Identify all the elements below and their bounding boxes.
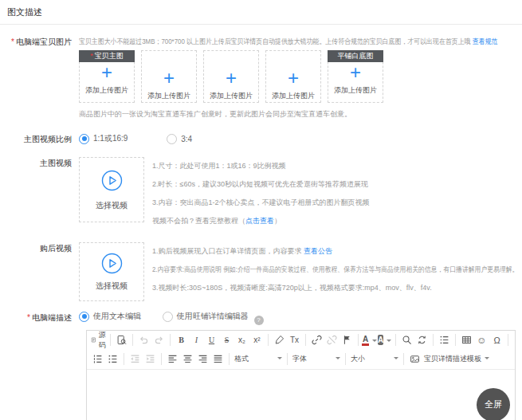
- toolbar-divider: [124, 353, 124, 365]
- help-icon[interactable]: ?: [254, 316, 264, 325]
- image-text-form: *电脑端宝贝图片 宝贝主图大小不能超过3MB；700*700 以上图片上传后宝贝…: [0, 25, 522, 420]
- bold-button[interactable]: B: [174, 332, 189, 348]
- editor-content[interactable]: [87, 369, 515, 420]
- strikethrough-button[interactable]: S: [219, 332, 234, 348]
- font-select[interactable]: 字体: [291, 351, 342, 367]
- guideline-tutorial: 视频不会拍？查看完整教程（点击查看）: [152, 212, 370, 230]
- replace-button[interactable]: [414, 332, 430, 348]
- desc-option-text-editor[interactable]: 使用文本编辑: [79, 311, 141, 322]
- row-video-ratio: 主图视频比例 1:1或16:9 3:4: [0, 133, 522, 146]
- row-main-video: 主图视频 选择视频 1.尺寸：此处可使用1：1或16：9比例视频 2.时长：≤6…: [0, 157, 522, 230]
- template-select[interactable]: 宝贝详情描述模板: [422, 351, 491, 367]
- italic-button[interactable]: I: [189, 332, 204, 348]
- text-color-button[interactable]: A: [362, 332, 377, 348]
- source-code-button[interactable]: 源码: [90, 332, 107, 348]
- tutorial-link[interactable]: 点击查看: [245, 217, 274, 225]
- rich-text-editor: 源码 B I U S: [86, 330, 516, 420]
- align-center-button[interactable]: [180, 351, 195, 367]
- video-ratio-label: 主图视频比例: [0, 133, 79, 146]
- toolbar-divider: [508, 334, 508, 346]
- guideline: 2.时长：≤60s，建议30秒以内短视频可优先在爱逛街等推荐频道展现: [152, 175, 370, 194]
- outdent-button[interactable]: [128, 351, 143, 367]
- editor-toolbar-row-2: 格式 字体 大小: [87, 350, 515, 369]
- ratio-option-1-1-16-9[interactable]: 1:1或16:9: [79, 133, 128, 144]
- size-select[interactable]: 大小: [349, 351, 400, 367]
- toolbar-divider: [433, 334, 434, 346]
- add-image-label: 添加上传图片: [80, 85, 134, 96]
- source-code-icon: [91, 335, 96, 345]
- format-select[interactable]: 格式: [233, 351, 284, 367]
- main-video-label: 主图视频: [0, 157, 79, 170]
- add-image-label: 添加上传图片: [266, 91, 320, 101]
- anchor-button[interactable]: [339, 332, 355, 348]
- table-button[interactable]: [459, 332, 474, 348]
- preview-button[interactable]: [114, 332, 129, 348]
- align-justify-button[interactable]: [210, 351, 226, 367]
- search-button[interactable]: [399, 332, 414, 348]
- guideline: 3.视频时长:30S~180S，视频清晰度:高清720p以上，视频格式要求:mp…: [152, 279, 522, 297]
- radio-unselected-icon[interactable]: [163, 312, 173, 322]
- product-edit-page: 图文描述 *电脑端宝贝图片 宝贝主图大小不能超过3MB；700*700 以上图片…: [0, 0, 522, 420]
- page-title: 图文描述: [7, 7, 42, 17]
- table-icon: [461, 335, 472, 345]
- preview-icon: [116, 335, 127, 345]
- guideline-entry: 1.购后视频展现入口在订单详情页面，内容要求 查看公告: [152, 242, 522, 261]
- post-video-upload-box[interactable]: 选择视频: [79, 242, 144, 301]
- play-icon: [101, 253, 123, 274]
- choose-video-label: 选择视频: [80, 200, 143, 211]
- toolbar-divider: [305, 334, 306, 346]
- indent-button[interactable]: [143, 351, 158, 367]
- bg-color-button[interactable]: A: [377, 332, 392, 348]
- paragraph-icon: [439, 335, 449, 345]
- ordered-list-button[interactable]: [90, 351, 105, 367]
- upload-box-2[interactable]: + 添加上传图片: [141, 50, 197, 103]
- toolbar-divider: [345, 353, 346, 365]
- white-bg-tag: 平铺白底图: [328, 50, 383, 62]
- insert-image-button[interactable]: [407, 351, 422, 367]
- upload-box-main-image[interactable]: *宝贝主图 + 添加上传图片: [79, 50, 135, 103]
- radio-selected-icon[interactable]: [79, 134, 89, 144]
- special-char-button[interactable]: Ω: [489, 332, 504, 348]
- post-video-label: 购后视频: [0, 242, 79, 255]
- paragraph-button[interactable]: [437, 332, 452, 348]
- emoticon-button[interactable]: ☺: [474, 332, 489, 348]
- ratio-option-3-4[interactable]: 3:4: [167, 134, 192, 144]
- upload-box-4[interactable]: + 添加上传图片: [265, 50, 321, 103]
- pc-desc-label: *电脑端描述: [0, 312, 79, 324]
- align-left-button[interactable]: [165, 351, 180, 367]
- view-spec-link[interactable]: 查看规范: [473, 37, 498, 45]
- text-color-icon: A: [362, 335, 369, 346]
- toolbar-divider: [170, 334, 171, 346]
- redo-button[interactable]: [151, 332, 167, 348]
- announcement-link[interactable]: 查看公告: [304, 247, 332, 255]
- superscript-button[interactable]: x²: [249, 332, 265, 348]
- required-asterisk: *: [11, 37, 14, 46]
- radio-selected-icon[interactable]: [79, 312, 89, 322]
- chevron-down-icon: [394, 357, 398, 362]
- format-painter-button[interactable]: [272, 332, 287, 348]
- add-image-label: 添加上传图片: [328, 85, 383, 96]
- plus-icon: +: [266, 69, 320, 88]
- toolbar-divider: [132, 334, 133, 346]
- upload-box-3[interactable]: + 添加上传图片: [203, 50, 259, 103]
- unordered-list-button[interactable]: [105, 351, 120, 367]
- link-button[interactable]: [309, 332, 324, 348]
- fullscreen-button[interactable]: 全屏: [477, 388, 510, 420]
- upload-box-white-bg[interactable]: 平铺白底图 + 添加上传图片: [328, 50, 383, 103]
- desc-option-wangpu-editor[interactable]: 使用旺铺详情编辑器: [163, 311, 249, 322]
- row-pc-images: *电脑端宝贝图片 宝贝主图大小不能超过3MB；700*700 以上图片上传后宝贝…: [0, 36, 522, 120]
- align-right-button[interactable]: [195, 351, 210, 367]
- bg-color-icon: A: [378, 335, 383, 345]
- remove-format-button[interactable]: Tx: [287, 332, 302, 348]
- undo-button[interactable]: [136, 332, 151, 348]
- underline-button[interactable]: U: [204, 332, 219, 348]
- unlink-button[interactable]: [324, 332, 339, 348]
- add-image-label: 添加上传图片: [204, 91, 258, 101]
- chevron-down-icon: [277, 357, 282, 362]
- main-video-upload-box[interactable]: 选择视频: [79, 157, 144, 222]
- subscript-button[interactable]: x₂: [234, 332, 249, 348]
- add-image-label: 添加上传图片: [142, 91, 196, 101]
- post-video-guidelines: 1.购后视频展现入口在订单详情页面，内容要求 查看公告 2.内容要求:商品使用说…: [152, 242, 522, 301]
- toolbar-divider: [161, 353, 162, 365]
- radio-unselected-icon[interactable]: [167, 134, 177, 144]
